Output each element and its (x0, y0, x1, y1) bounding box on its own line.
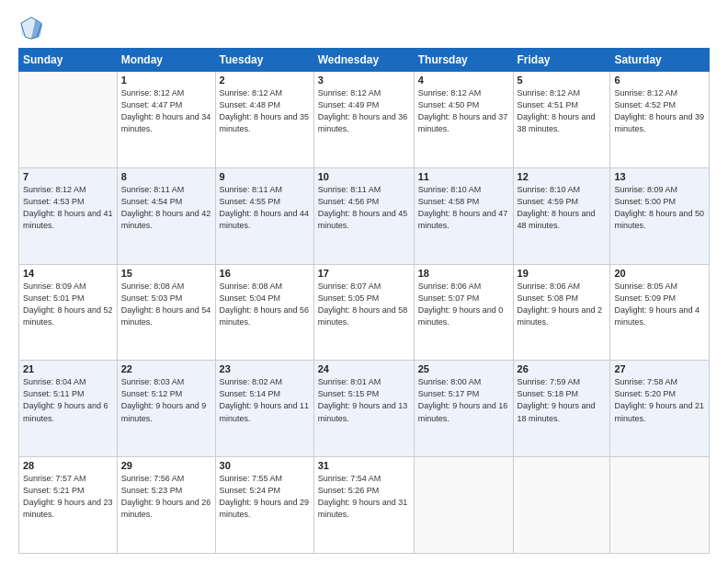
day-info: Sunrise: 8:09 AMSunset: 5:01 PMDaylight:… (23, 281, 113, 328)
calendar-cell: 9Sunrise: 8:11 AMSunset: 4:55 PMDaylight… (215, 167, 313, 264)
day-info: Sunrise: 7:56 AMSunset: 5:23 PMDaylight:… (121, 473, 211, 521)
day-info: Sunrise: 8:02 AMSunset: 5:14 PMDaylight:… (220, 376, 310, 424)
logo (18, 15, 48, 40)
calendar-cell (414, 457, 513, 554)
calendar-cell: 30Sunrise: 7:55 AMSunset: 5:24 PMDayligh… (215, 457, 313, 554)
day-number: 5 (518, 75, 607, 86)
calendar: SundayMondayTuesdayWednesdayThursdayFrid… (18, 48, 710, 554)
calendar-cell (610, 457, 710, 554)
day-info: Sunrise: 8:09 AMSunset: 5:00 PMDaylight:… (614, 184, 705, 232)
day-number: 29 (121, 460, 211, 471)
weekday-header-thursday: Thursday (414, 49, 513, 72)
day-info: Sunrise: 8:12 AMSunset: 4:50 PMDaylight:… (418, 87, 509, 135)
calendar-cell: 22Sunrise: 8:03 AMSunset: 5:12 PMDayligh… (117, 361, 215, 457)
calendar-cell: 17Sunrise: 8:07 AMSunset: 5:05 PMDayligh… (313, 264, 414, 361)
weekday-header-tuesday: Tuesday (215, 49, 313, 72)
day-info: Sunrise: 8:05 AMSunset: 5:09 PMDaylight:… (614, 281, 705, 328)
day-info: Sunrise: 8:12 AMSunset: 4:49 PMDaylight:… (318, 87, 410, 135)
day-number: 12 (518, 171, 607, 182)
calendar-cell: 23Sunrise: 8:02 AMSunset: 5:14 PMDayligh… (215, 361, 313, 457)
day-number: 27 (614, 363, 705, 374)
day-info: Sunrise: 8:08 AMSunset: 5:03 PMDaylight:… (121, 281, 211, 328)
day-number: 17 (318, 268, 410, 279)
calendar-week-row: 28Sunrise: 7:57 AMSunset: 5:21 PMDayligh… (19, 457, 710, 554)
day-info: Sunrise: 8:06 AMSunset: 5:07 PMDaylight:… (418, 281, 509, 328)
calendar-cell: 28Sunrise: 7:57 AMSunset: 5:21 PMDayligh… (19, 457, 118, 554)
calendar-cell: 14Sunrise: 8:09 AMSunset: 5:01 PMDayligh… (19, 264, 118, 361)
day-info: Sunrise: 8:00 AMSunset: 5:17 PMDaylight:… (418, 376, 509, 424)
day-number: 31 (318, 460, 410, 471)
calendar-cell: 16Sunrise: 8:08 AMSunset: 5:04 PMDayligh… (215, 264, 313, 361)
day-number: 18 (418, 268, 509, 279)
calendar-cell: 3Sunrise: 8:12 AMSunset: 4:49 PMDaylight… (313, 72, 414, 168)
calendar-week-row: 21Sunrise: 8:04 AMSunset: 5:11 PMDayligh… (19, 361, 710, 457)
day-number: 28 (23, 460, 113, 471)
day-number: 3 (318, 75, 410, 86)
day-number: 15 (121, 268, 211, 279)
day-info: Sunrise: 8:12 AMSunset: 4:48 PMDaylight:… (220, 87, 310, 135)
day-info: Sunrise: 7:55 AMSunset: 5:24 PMDaylight:… (220, 473, 310, 521)
day-info: Sunrise: 7:57 AMSunset: 5:21 PMDaylight:… (23, 473, 113, 521)
weekday-header-sunday: Sunday (19, 49, 118, 72)
day-number: 13 (614, 171, 705, 182)
day-number: 21 (23, 363, 113, 374)
day-number: 9 (220, 171, 310, 182)
calendar-week-row: 14Sunrise: 8:09 AMSunset: 5:01 PMDayligh… (19, 264, 710, 361)
calendar-cell (19, 72, 118, 168)
calendar-cell: 21Sunrise: 8:04 AMSunset: 5:11 PMDayligh… (19, 361, 118, 457)
calendar-cell: 19Sunrise: 8:06 AMSunset: 5:08 PMDayligh… (513, 264, 610, 361)
day-info: Sunrise: 8:12 AMSunset: 4:53 PMDaylight:… (23, 184, 113, 232)
day-number: 2 (220, 75, 310, 86)
weekday-header-monday: Monday (117, 49, 215, 72)
day-number: 7 (23, 171, 113, 182)
day-number: 23 (220, 363, 310, 374)
calendar-cell: 8Sunrise: 8:11 AMSunset: 4:54 PMDaylight… (117, 167, 215, 264)
calendar-cell: 6Sunrise: 8:12 AMSunset: 4:52 PMDaylight… (610, 72, 710, 168)
calendar-cell: 18Sunrise: 8:06 AMSunset: 5:07 PMDayligh… (414, 264, 513, 361)
calendar-cell: 5Sunrise: 8:12 AMSunset: 4:51 PMDaylight… (513, 72, 610, 168)
calendar-cell: 26Sunrise: 7:59 AMSunset: 5:18 PMDayligh… (513, 361, 610, 457)
day-number: 1 (121, 75, 211, 86)
day-info: Sunrise: 8:06 AMSunset: 5:08 PMDaylight:… (518, 281, 607, 328)
calendar-cell: 13Sunrise: 8:09 AMSunset: 5:00 PMDayligh… (610, 167, 710, 264)
day-number: 25 (418, 363, 509, 374)
day-info: Sunrise: 8:07 AMSunset: 5:05 PMDaylight:… (318, 281, 410, 328)
day-number: 14 (23, 268, 113, 279)
calendar-cell (513, 457, 610, 554)
day-info: Sunrise: 7:58 AMSunset: 5:20 PMDaylight:… (614, 376, 705, 424)
day-number: 16 (220, 268, 310, 279)
weekday-header-wednesday: Wednesday (313, 49, 414, 72)
day-number: 22 (121, 363, 211, 374)
calendar-cell: 25Sunrise: 8:00 AMSunset: 5:17 PMDayligh… (414, 361, 513, 457)
day-info: Sunrise: 8:11 AMSunset: 4:55 PMDaylight:… (220, 184, 310, 232)
page: SundayMondayTuesdayWednesdayThursdayFrid… (0, 0, 728, 563)
calendar-cell: 11Sunrise: 8:10 AMSunset: 4:58 PMDayligh… (414, 167, 513, 264)
weekday-header-row: SundayMondayTuesdayWednesdayThursdayFrid… (19, 49, 710, 72)
day-info: Sunrise: 8:11 AMSunset: 4:56 PMDaylight:… (318, 184, 410, 232)
day-number: 11 (418, 171, 509, 182)
day-info: Sunrise: 8:03 AMSunset: 5:12 PMDaylight:… (121, 376, 211, 424)
day-number: 24 (318, 363, 410, 374)
calendar-cell: 10Sunrise: 8:11 AMSunset: 4:56 PMDayligh… (313, 167, 414, 264)
day-info: Sunrise: 8:11 AMSunset: 4:54 PMDaylight:… (121, 184, 211, 232)
day-number: 30 (220, 460, 310, 471)
calendar-cell: 29Sunrise: 7:56 AMSunset: 5:23 PMDayligh… (117, 457, 215, 554)
day-number: 19 (518, 268, 607, 279)
calendar-cell: 12Sunrise: 8:10 AMSunset: 4:59 PMDayligh… (513, 167, 610, 264)
weekday-header-saturday: Saturday (610, 49, 710, 72)
day-info: Sunrise: 7:59 AMSunset: 5:18 PMDaylight:… (518, 376, 607, 424)
day-info: Sunrise: 8:08 AMSunset: 5:04 PMDaylight:… (220, 281, 310, 328)
calendar-cell: 27Sunrise: 7:58 AMSunset: 5:20 PMDayligh… (610, 361, 710, 457)
day-info: Sunrise: 8:10 AMSunset: 4:59 PMDaylight:… (518, 184, 607, 232)
day-info: Sunrise: 8:12 AMSunset: 4:51 PMDaylight:… (518, 87, 607, 135)
calendar-week-row: 7Sunrise: 8:12 AMSunset: 4:53 PMDaylight… (19, 167, 710, 264)
calendar-cell: 31Sunrise: 7:54 AMSunset: 5:26 PMDayligh… (313, 457, 414, 554)
calendar-cell: 20Sunrise: 8:05 AMSunset: 5:09 PMDayligh… (610, 264, 710, 361)
day-info: Sunrise: 8:10 AMSunset: 4:58 PMDaylight:… (418, 184, 509, 232)
day-info: Sunrise: 8:12 AMSunset: 4:47 PMDaylight:… (121, 87, 211, 135)
calendar-cell: 4Sunrise: 8:12 AMSunset: 4:50 PMDaylight… (414, 72, 513, 168)
calendar-cell: 7Sunrise: 8:12 AMSunset: 4:53 PMDaylight… (19, 167, 118, 264)
calendar-week-row: 1Sunrise: 8:12 AMSunset: 4:47 PMDaylight… (19, 72, 710, 168)
calendar-cell: 24Sunrise: 8:01 AMSunset: 5:15 PMDayligh… (313, 361, 414, 457)
day-number: 10 (318, 171, 410, 182)
